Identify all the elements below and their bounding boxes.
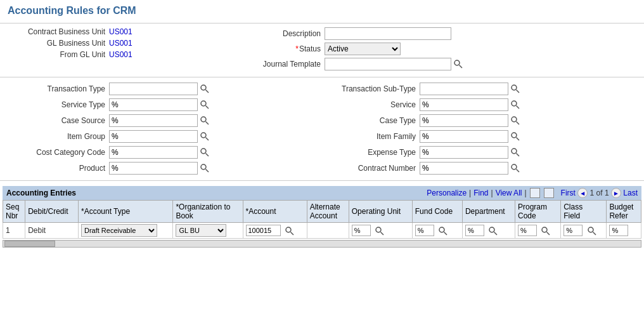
filter-right-label-2: Case Type bbox=[318, 116, 420, 125]
filter-left-search-btn-0[interactable] bbox=[199, 83, 210, 95]
cell-account-type[interactable]: Draft Receivable bbox=[78, 223, 172, 239]
department-input[interactable] bbox=[465, 225, 484, 236]
account-search-icon bbox=[285, 226, 295, 236]
grid-icon[interactable] bbox=[530, 188, 540, 198]
program-code-search-button[interactable] bbox=[540, 225, 551, 236]
col-program-code: ProgramCode bbox=[515, 201, 561, 223]
svg-point-26 bbox=[286, 227, 291, 232]
filter-right-row-2: Case Type bbox=[318, 114, 636, 127]
right-info-panel: Description Status Active Inactive Journ… bbox=[198, 27, 636, 73]
filter-right-label-4: Expense Type bbox=[318, 148, 420, 157]
org-to-book-select[interactable]: GL BU bbox=[176, 224, 226, 237]
svg-line-9 bbox=[206, 138, 209, 141]
cell-department[interactable] bbox=[462, 223, 515, 239]
filter-left-input-4[interactable] bbox=[109, 146, 198, 159]
filter-right-input-0[interactable] bbox=[420, 83, 508, 95]
cell-operating-unit[interactable] bbox=[349, 223, 412, 239]
account-type-select[interactable]: Draft Receivable bbox=[81, 224, 157, 237]
fund-code-input[interactable] bbox=[415, 225, 434, 236]
journal-template-input[interactable] bbox=[325, 58, 451, 70]
svg-point-10 bbox=[201, 149, 206, 154]
filter-right-search-btn-3[interactable] bbox=[510, 131, 521, 142]
filter-right-search-icon-4 bbox=[510, 147, 520, 157]
pagination-last[interactable]: Last bbox=[623, 189, 638, 197]
svg-point-18 bbox=[512, 117, 517, 122]
class-field-search-button[interactable] bbox=[586, 225, 598, 236]
svg-point-24 bbox=[512, 164, 517, 169]
class-field-input[interactable] bbox=[564, 225, 583, 236]
filter-right-row-5: Contract Number bbox=[318, 162, 636, 175]
fund-code-search-button[interactable] bbox=[437, 225, 449, 236]
budget-ref-input[interactable] bbox=[609, 225, 628, 236]
filter-left-search-btn-4[interactable] bbox=[199, 147, 210, 158]
svg-point-6 bbox=[201, 117, 206, 122]
list-icon[interactable] bbox=[544, 188, 554, 198]
personalize-link[interactable]: Personalize bbox=[427, 189, 467, 197]
filters-section: Transaction Type Service Type Case Sourc… bbox=[0, 77, 644, 181]
find-link[interactable]: Find bbox=[473, 189, 488, 197]
account-input[interactable] bbox=[246, 225, 281, 236]
col-account-type: *Account Type bbox=[78, 201, 172, 223]
filter-left-label-3: Item Group bbox=[8, 132, 109, 141]
filter-right-search-btn-5[interactable] bbox=[510, 163, 521, 174]
filter-right-search-btn-1[interactable] bbox=[510, 99, 521, 110]
svg-point-20 bbox=[512, 133, 517, 138]
journal-template-search-button[interactable] bbox=[453, 58, 464, 70]
from-gl-value[interactable]: US001 bbox=[109, 50, 132, 59]
filter-right-input-1[interactable] bbox=[420, 98, 508, 111]
filters-right: Transaction Sub-Type Service Case Type bbox=[318, 83, 636, 178]
scrollbar-thumb[interactable] bbox=[4, 241, 55, 247]
svg-line-25 bbox=[517, 169, 520, 173]
filter-right-label-0: Transaction Sub-Type bbox=[318, 84, 420, 93]
filter-left-search-btn-1[interactable] bbox=[199, 99, 210, 110]
filter-right-input-5[interactable] bbox=[420, 162, 508, 175]
filter-right-search-btn-4[interactable] bbox=[510, 147, 521, 158]
filter-left-label-4: Cost Category Code bbox=[8, 148, 109, 157]
cell-budget-ref[interactable] bbox=[607, 223, 641, 239]
contract-bu-value[interactable]: US001 bbox=[109, 27, 132, 36]
cell-org-to-book[interactable]: GL BU bbox=[173, 223, 243, 239]
department-search-button[interactable] bbox=[487, 225, 499, 236]
filter-left-input-3[interactable] bbox=[109, 130, 198, 143]
filter-left-input-0[interactable] bbox=[109, 83, 198, 95]
filter-left-search-btn-2[interactable] bbox=[199, 115, 210, 126]
description-label: Description bbox=[223, 29, 325, 38]
filter-right-search-btn-2[interactable] bbox=[510, 115, 521, 126]
filter-left-search-icon-2 bbox=[200, 116, 210, 126]
filter-right-search-btn-0[interactable] bbox=[510, 83, 521, 95]
operating-unit-search-button[interactable] bbox=[374, 225, 385, 236]
filter-left-input-1[interactable] bbox=[109, 98, 198, 111]
svg-line-27 bbox=[290, 232, 293, 235]
filter-left-search-btn-3[interactable] bbox=[199, 131, 210, 142]
pagination-next[interactable]: ► bbox=[611, 188, 621, 198]
department-search-icon bbox=[488, 226, 498, 236]
status-select[interactable]: Active Inactive bbox=[325, 43, 401, 55]
col-debit-credit: Debit/Credit bbox=[25, 201, 79, 223]
filter-right-input-4[interactable] bbox=[420, 146, 508, 159]
program-code-input[interactable] bbox=[518, 225, 537, 236]
description-input[interactable] bbox=[325, 27, 451, 40]
svg-point-16 bbox=[512, 101, 517, 106]
filter-right-input-3[interactable] bbox=[420, 130, 508, 143]
svg-point-4 bbox=[201, 101, 206, 106]
gl-bu-value[interactable]: US001 bbox=[109, 39, 132, 48]
pagination-prev[interactable]: ◄ bbox=[577, 188, 588, 198]
operating-unit-input[interactable] bbox=[352, 225, 371, 236]
horizontal-scrollbar[interactable] bbox=[3, 240, 641, 248]
filter-left-label-0: Transaction Type bbox=[8, 84, 109, 93]
pagination-first[interactable]: First bbox=[561, 189, 576, 197]
filter-left-search-btn-5[interactable] bbox=[199, 163, 210, 174]
description-row: Description bbox=[223, 27, 636, 40]
filter-left-input-5[interactable] bbox=[109, 162, 198, 175]
cell-class-field[interactable] bbox=[561, 223, 607, 239]
gl-bu-label: GL Business Unit bbox=[8, 39, 109, 48]
account-search-button[interactable] bbox=[284, 225, 295, 236]
filter-left-input-2[interactable] bbox=[109, 114, 198, 127]
cell-fund-code[interactable] bbox=[412, 223, 462, 239]
filter-right-input-2[interactable] bbox=[420, 114, 508, 127]
view-all-link[interactable]: View All bbox=[496, 189, 522, 197]
cell-program-code[interactable] bbox=[515, 223, 561, 239]
filter-left-label-5: Product bbox=[8, 164, 109, 173]
filter-left-row-2: Case Source bbox=[8, 114, 318, 127]
cell-account[interactable] bbox=[243, 223, 307, 239]
